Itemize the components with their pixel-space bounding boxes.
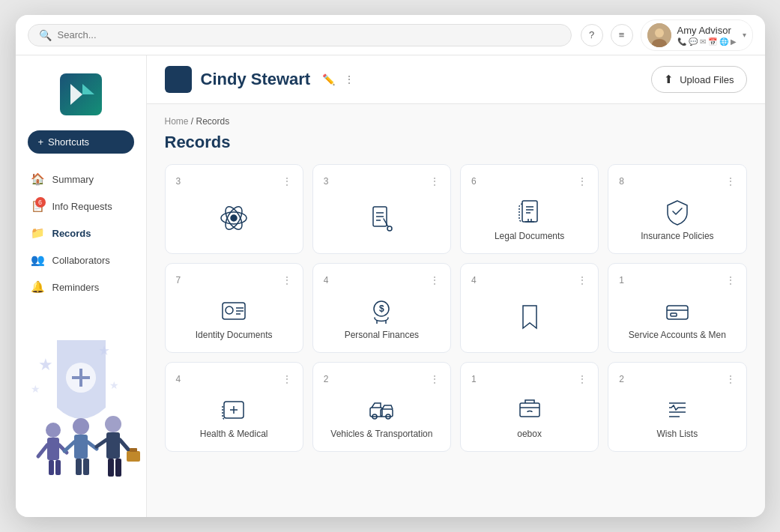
folder-icon: 📁 (31, 226, 45, 240)
card-count: 2 (619, 374, 624, 384)
sidebar-item-summary[interactable]: 🏠 Summary (16, 166, 146, 193)
chevron-down-icon: ▾ (743, 31, 746, 39)
card-menu-icon[interactable]: ⋮ (429, 274, 440, 286)
card-menu-icon[interactable]: ⋮ (725, 373, 736, 385)
insurance-icon (663, 198, 692, 226)
card-menu-icon[interactable]: ⋮ (429, 175, 440, 187)
record-card-1[interactable]: 3 ⋮ (165, 164, 303, 254)
svg-rect-59 (520, 403, 539, 417)
record-card-health[interactable]: 4 ⋮ Health & Medical (165, 362, 303, 452)
sidebar-item-label: Summary (52, 174, 94, 185)
svg-text:★: ★ (31, 383, 40, 395)
sidebar-item-reminders[interactable]: 🔔 Reminders (16, 273, 146, 300)
svg-rect-49 (667, 306, 688, 319)
record-card-insurance[interactable]: 8 ⋮ Insurance Policies (608, 164, 746, 254)
svg-line-24 (97, 440, 106, 447)
card-header: 7 ⋮ (176, 274, 292, 286)
record-card-identity[interactable]: 7 ⋮ Identity Documen (165, 263, 303, 353)
svg-point-10 (46, 423, 61, 438)
shortcuts-button[interactable]: + Shortcuts (28, 130, 134, 154)
card-menu-icon[interactable]: ⋮ (577, 175, 587, 187)
menu-icon: ≡ (619, 29, 625, 40)
avatar (647, 23, 671, 47)
sidebar-illustration: ★ ★ ★ ★ (16, 300, 146, 505)
help-icon: ? (589, 29, 594, 40)
svg-rect-28 (127, 451, 140, 462)
search-input[interactable] (58, 29, 560, 40)
card-count: 7 (176, 275, 181, 285)
menu-button[interactable]: ≡ (611, 24, 633, 46)
breadcrumb: Home / Records (165, 116, 747, 127)
svg-point-22 (105, 416, 121, 432)
card-menu-icon[interactable]: ⋮ (725, 274, 736, 286)
svg-marker-3 (70, 84, 82, 105)
records-grid: 3 ⋮ (165, 164, 747, 452)
svg-rect-27 (115, 459, 121, 477)
card-menu-icon[interactable]: ⋮ (725, 175, 736, 187)
record-card-service[interactable]: 1 ⋮ Service Accounts & Men (608, 263, 746, 353)
card-label: Personal Finances (345, 330, 419, 342)
plus-icon: + (38, 136, 44, 148)
svg-rect-14 (49, 460, 54, 475)
svg-text:★: ★ (109, 379, 119, 391)
svg-line-18 (64, 442, 74, 451)
content-area: Cindy Stewart ✏️ ⋮ ⬆ Upload Files Home /… (147, 55, 765, 517)
search-box[interactable]: 🔍 (28, 24, 572, 46)
card-header: 6 ⋮ (471, 175, 587, 187)
svg-text:★: ★ (98, 343, 110, 358)
card-count: 1 (471, 374, 477, 384)
card-count: 4 (176, 374, 181, 384)
breadcrumb-home[interactable]: Home (165, 116, 189, 127)
user-contact-icons: 📞💬✉📅🌐▶ (677, 37, 737, 46)
wishlists-icon (663, 396, 692, 424)
card-menu-icon[interactable]: ⋮ (282, 175, 292, 187)
svg-rect-23 (106, 432, 120, 459)
record-card-finances[interactable]: 4 ⋮ $ Personal Financ (312, 263, 451, 353)
card-header: 1 ⋮ (619, 274, 735, 286)
card-count: 3 (176, 176, 181, 187)
svg-rect-39 (522, 201, 537, 222)
svg-marker-4 (82, 84, 94, 94)
sidebar-item-info-requests[interactable]: 📋 Info Requests 6 (16, 193, 146, 220)
svg-point-41 (226, 306, 233, 314)
app-window: 🔍 ? ≡ Amy Advisor (16, 15, 765, 517)
card-menu-icon[interactable]: ⋮ (282, 373, 292, 385)
record-card-shoebox[interactable]: 1 ⋮ oebox (460, 362, 599, 452)
record-card-2[interactable]: 3 ⋮ (312, 164, 451, 254)
upload-files-button[interactable]: ⬆ Upload Files (651, 66, 746, 93)
user-menu[interactable]: Amy Advisor 📞💬✉📅🌐▶ ▾ (641, 19, 753, 51)
breadcrumb-current: Records (196, 116, 230, 127)
sidebar-item-collaborators[interactable]: 👥 Collaborators (16, 247, 146, 273)
bookmark-icon (516, 303, 544, 331)
orbital-icon (220, 204, 248, 232)
card-menu-icon[interactable]: ⋮ (577, 373, 587, 385)
card-menu-icon[interactable]: ⋮ (577, 274, 587, 286)
top-bar-actions: ? ≡ Amy Advisor 📞💬✉📅🌐▶ (581, 19, 753, 51)
more-options-icon[interactable]: ⋮ (344, 73, 354, 85)
main-layout: + Shortcuts 🏠 Summary 📋 Info Requests 6 … (16, 55, 765, 517)
client-name: Cindy Stewart (201, 70, 311, 89)
sidebar-item-label: Info Requests (52, 201, 112, 212)
card-label: oebox (517, 429, 542, 441)
edit-icon[interactable]: ✏️ (322, 73, 335, 85)
card-menu-icon[interactable]: ⋮ (429, 373, 440, 385)
card-count: 6 (471, 176, 477, 187)
user-info: Amy Advisor 📞💬✉📅🌐▶ (677, 25, 737, 46)
sidebar-item-records[interactable]: 📁 Records (16, 220, 146, 247)
record-card-wishlists[interactable]: 2 ⋮ Wish Lists (608, 362, 746, 452)
breadcrumb-separator: / (191, 116, 196, 127)
sidebar-item-label: Records (52, 228, 91, 239)
client-header: Cindy Stewart ✏️ ⋮ ⬆ Upload Files (147, 55, 765, 104)
record-card-legal[interactable]: 6 ⋮ Legal Documents (460, 164, 599, 254)
card-header: 8 ⋮ (619, 175, 735, 187)
help-button[interactable]: ? (581, 24, 603, 46)
home-icon: 🏠 (31, 172, 45, 186)
card-header: 3 ⋮ (176, 175, 292, 187)
record-card-7[interactable]: 4 ⋮ (460, 263, 599, 353)
record-card-vehicles[interactable]: 2 ⋮ (312, 362, 451, 452)
card-label: Wish Lists (657, 429, 698, 441)
card-header: 4 ⋮ (324, 274, 440, 286)
card-count: 8 (619, 176, 624, 187)
card-label: Service Accounts & Men (629, 330, 726, 342)
card-menu-icon[interactable]: ⋮ (282, 274, 292, 286)
